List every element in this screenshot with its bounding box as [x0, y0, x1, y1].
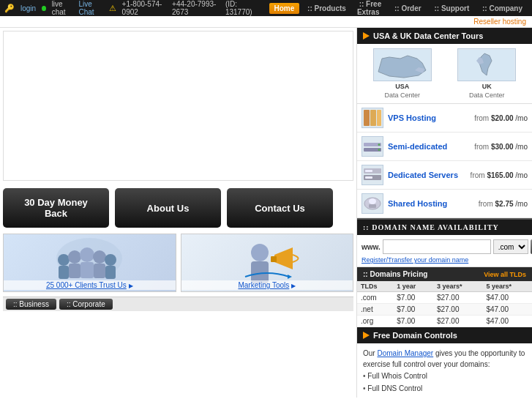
vps-name: VPS Hosting	[388, 113, 470, 122]
play-icon	[363, 32, 370, 40]
about-us-button[interactable]: About Us	[115, 188, 221, 228]
reseller-link[interactable]: Reseller hosting	[473, 18, 526, 26]
svg-point-23	[378, 143, 381, 146]
domains-pricing-header: :: Domains Pricing View all TLDs	[357, 267, 532, 281]
svg-rect-10	[105, 266, 116, 279]
svg-point-11	[251, 244, 269, 261]
nav-extras[interactable]: :: Free Extras	[352, 0, 386, 18]
main-layout: 30 Day Money Back About Us Contact Us	[0, 28, 532, 398]
register-transfer-link[interactable]: Register/Transfer your domain name	[361, 256, 468, 264]
shared-icon	[361, 193, 383, 214]
bullet-custom-dns: Create Your Own DNS like:	[363, 395, 526, 398]
vps-hosting-item[interactable]: VPS Hosting from $20.00 /mo	[357, 104, 532, 133]
view-all-tlds-link[interactable]: View all TLDs	[484, 271, 526, 278]
semi-price: from $30.00 /mo	[474, 143, 528, 151]
svg-rect-27	[365, 170, 372, 172]
uk-sub: Data Center	[469, 92, 505, 99]
dedicated-name: Dedicated Servers	[388, 171, 466, 179]
free-domain-title: Free Domain Controls	[373, 331, 457, 340]
svg-rect-2	[59, 266, 69, 279]
livechat-link[interactable]: Live Chat	[78, 0, 102, 16]
svg-rect-18	[364, 110, 370, 126]
reseller-bar: Reseller hosting	[0, 16, 532, 28]
shared-price: from $2.75 /mo	[479, 200, 528, 208]
free-domain-content: Our Domain Manager gives you the opportu…	[357, 343, 532, 398]
shared-text: Shared Hosting	[388, 199, 474, 208]
col-3yr: 3 years*	[433, 281, 483, 292]
usa-label: USA	[395, 83, 409, 90]
domain-section-header: :: Domain Name Availability	[357, 218, 532, 235]
svg-rect-4	[69, 264, 80, 278]
pricing-table: TLDs 1 year 3 years* 5 years* .com $7.00…	[357, 281, 532, 327]
svg-rect-28	[365, 176, 372, 179]
dedicated-price: from $165.00 /mo	[471, 171, 528, 179]
svg-rect-14	[271, 256, 277, 262]
www-label: www.	[361, 243, 381, 251]
hero-area	[3, 31, 353, 181]
col-5yr: 5 years*	[482, 281, 532, 292]
uk-label: UK	[482, 83, 492, 90]
semi-text: Semi-dedicated	[388, 142, 470, 151]
warn-icon: ⚠	[109, 4, 116, 13]
domain-input-row: www. .com .net .org .info .biz CHECK	[361, 239, 528, 254]
uk-dc-item[interactable]: UK Data Center	[457, 48, 516, 99]
dc-tours-title: USA & UK Data Center Tours	[373, 31, 483, 40]
dc-tours-content: USA Data Center UK Data Center	[357, 44, 532, 104]
domain-ext-select[interactable]: .com .net .org .info .biz	[493, 239, 528, 254]
svg-rect-6	[80, 262, 94, 278]
vps-text: VPS Hosting	[388, 113, 470, 122]
login-link[interactable]: login	[20, 4, 36, 12]
clients-thumbnail: 25 000+ Clients Trust Us ▶	[3, 234, 176, 292]
bullet-dns: Full DNS Control	[363, 382, 526, 395]
clients-trust-link[interactable]: 25 000+ Clients Trust Us	[46, 281, 127, 289]
svg-point-5	[80, 247, 94, 262]
main-nav: Home :: Products :: Free Extras :: Order…	[269, 0, 528, 18]
table-row: .org $7.00 $27.00 $47.00	[357, 316, 532, 327]
vps-icon	[361, 108, 383, 128]
dedicated-servers-item[interactable]: Dedicated Servers from $165.00 /mo	[357, 161, 532, 190]
live-dot	[42, 6, 46, 11]
svg-marker-13	[274, 247, 293, 269]
left-content: 30 Day Money Back About Us Contact Us	[0, 28, 356, 398]
corporate-tab[interactable]: :: Corporate	[59, 299, 113, 310]
dedicated-text: Dedicated Servers	[388, 171, 466, 179]
svg-point-3	[68, 250, 81, 264]
domain-search-input[interactable]	[383, 239, 491, 254]
usa-dc-thumb	[373, 48, 432, 81]
bullet-whois: Full Whois Control	[363, 370, 526, 382]
free-domain-desc: Our Domain Manager gives you the opportu…	[363, 348, 526, 370]
customer-id: (ID: 131770)	[225, 0, 258, 16]
shared-name: Shared Hosting	[388, 199, 474, 208]
bottom-bar: :: Business :: Corporate	[3, 297, 353, 311]
svg-marker-15	[288, 275, 292, 279]
svg-point-30	[369, 198, 376, 204]
semi-dedicated-item[interactable]: Semi-dedicated from $30.00 /mo	[357, 133, 532, 161]
contact-us-button[interactable]: Contact Us	[227, 188, 333, 228]
domain-search-area: www. .com .net .org .info .biz CHECK Reg…	[357, 235, 532, 267]
business-tab[interactable]: :: Business	[6, 299, 56, 310]
free-domain-header: Free Domain Controls	[357, 327, 532, 343]
nav-order[interactable]: :: Order	[387, 3, 426, 14]
topbar: 🔑 login live chat Live Chat ⚠ +1-800-574…	[0, 0, 532, 16]
svg-rect-31	[369, 204, 376, 208]
livechat-label: live chat	[52, 0, 73, 16]
phone-uk: +44-20-7993-2673	[172, 0, 220, 16]
svg-point-9	[105, 254, 116, 266]
semi-name: Semi-dedicated	[388, 142, 470, 151]
money-back-button[interactable]: 30 Day Money Back	[3, 188, 109, 228]
nav-home[interactable]: Home	[269, 3, 300, 14]
usa-dc-item[interactable]: USA Data Center	[373, 48, 432, 99]
nav-company[interactable]: :: Company	[475, 3, 528, 14]
usa-sub: Data Center	[384, 92, 420, 99]
nav-support[interactable]: :: Support	[427, 3, 475, 14]
nav-products[interactable]: :: Products	[300, 3, 351, 14]
image-row: 25 000+ Clients Trust Us ▶ Mark	[3, 234, 353, 292]
domain-manager-link[interactable]: Domain Manager	[377, 349, 433, 357]
marketing-tools-link[interactable]: Marketing Tools	[238, 281, 289, 289]
clients-link: 25 000+ Clients Trust Us ▶	[4, 280, 176, 290]
svg-rect-20	[377, 110, 381, 126]
svg-rect-8	[94, 264, 105, 278]
col-1yr: 1 year	[393, 281, 433, 292]
shared-hosting-item[interactable]: Shared Hosting from $2.75 /mo	[357, 190, 532, 218]
vps-price: from $20.00 /mo	[474, 114, 528, 122]
